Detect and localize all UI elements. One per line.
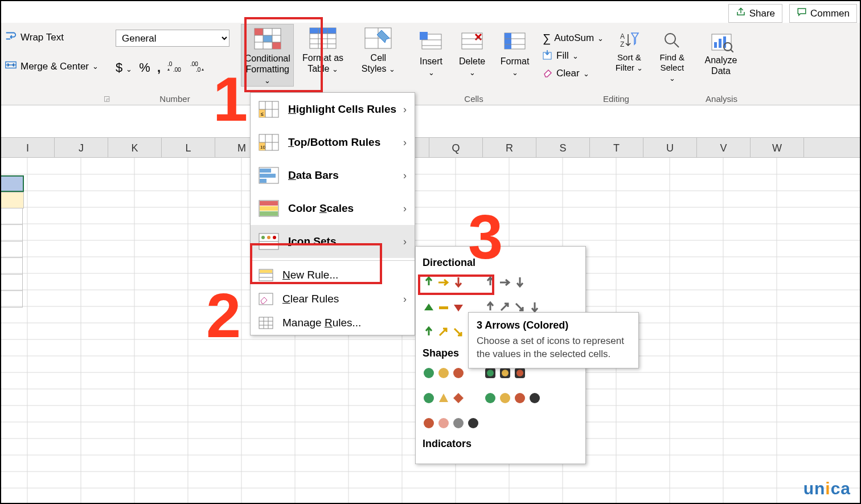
number-format-select[interactable]: General: [116, 30, 229, 47]
svg-rect-7: [263, 35, 272, 42]
col-header[interactable]: R: [483, 138, 536, 157]
format-button[interactable]: Format⌄: [494, 27, 536, 90]
fill-icon: [543, 50, 553, 63]
iconset-3-arrows-gray[interactable]: [484, 274, 526, 290]
col-header[interactable]: I: [1, 138, 55, 157]
wrap-text-button[interactable]: Wrap Text: [5, 30, 109, 45]
chevron-right-icon: ›: [403, 137, 407, 149]
delete-button[interactable]: Delete⌄: [453, 27, 491, 90]
col-header[interactable]: T: [590, 138, 643, 157]
svg-rect-80: [260, 270, 272, 273]
dialog-launcher-icon[interactable]: ◲: [229, 95, 235, 103]
menu-new-rule[interactable]: New Rule...: [251, 263, 415, 287]
svg-rect-83: [439, 306, 448, 309]
conditional-formatting-menu: ≤ Highlight Cells Rules › 10 Top/Bottom …: [250, 92, 415, 335]
svg-point-94: [485, 393, 495, 403]
top-bottom-icon: 10: [259, 134, 279, 151]
svg-text:Z: Z: [620, 40, 624, 48]
group-editing: ∑ AutoSum ⌄ Fill ⌄ Clear ⌄: [539, 23, 693, 105]
svg-text:10: 10: [260, 145, 265, 150]
iconset-4-traffic[interactable]: [484, 390, 541, 406]
svg-point-85: [438, 368, 449, 378]
column-headers: I J K L M N O P Q R S T U V W: [1, 137, 860, 158]
chevron-right-icon: ›: [403, 170, 407, 182]
chevron-right-icon: ›: [403, 104, 407, 116]
menu-color-scales[interactable]: Color Scales ›: [251, 192, 415, 225]
iconset-3-triangles[interactable]: [423, 300, 465, 315]
menu-top-bottom[interactable]: 10 Top/Bottom Rules ›: [251, 126, 415, 159]
iconset-3-arrows-colored[interactable]: [423, 274, 465, 290]
col-header[interactable]: J: [55, 138, 108, 157]
increase-decimal-button[interactable]: .0.00: [167, 60, 183, 75]
comma-button[interactable]: ,: [157, 60, 161, 75]
merge-center-label: Merge & Center: [20, 61, 89, 72]
svg-rect-68: [260, 169, 271, 173]
clear-rules-icon: [259, 293, 273, 305]
merge-center-button[interactable]: Merge & Center ⌄: [5, 59, 109, 74]
sort-filter-button[interactable]: AZ Sort & Filter ⌄: [612, 27, 646, 84]
col-header[interactable]: K: [108, 138, 162, 157]
svg-rect-70: [260, 179, 266, 183]
col-header[interactable]: Q: [429, 138, 483, 157]
share-icon: [736, 7, 746, 20]
svg-text:A: A: [620, 32, 625, 40]
insert-button[interactable]: Insert⌄: [412, 27, 450, 90]
ribbon: Wrap Text Merge & Center ⌄ ◲ General $ ⌄…: [1, 23, 860, 105]
svg-point-96: [515, 393, 525, 403]
group-number: General $ ⌄ % , .0.00 .00.0 Number ◲: [112, 23, 237, 105]
decrease-decimal-button[interactable]: .00.0: [190, 60, 206, 75]
col-header[interactable]: L: [162, 138, 215, 157]
submenu-header-indicators: Indicators: [423, 438, 579, 450]
autosum-button[interactable]: ∑ AutoSum ⌄: [543, 32, 604, 45]
currency-button[interactable]: $ ⌄: [116, 60, 132, 75]
col-header[interactable]: U: [643, 138, 697, 157]
chevron-right-icon: ›: [403, 293, 407, 305]
svg-point-92: [516, 370, 523, 376]
menu-manage-rules[interactable]: Manage Rules...: [251, 311, 415, 335]
menu-icon-sets[interactable]: Icon Sets ›: [251, 225, 415, 258]
submenu-header-directional: Directional: [423, 257, 579, 269]
iconset-3-signs[interactable]: [423, 390, 465, 406]
col-header[interactable]: S: [536, 138, 590, 157]
iconset-red-to-black[interactable]: [423, 415, 479, 431]
format-as-table-button[interactable]: Format asTable ⌄: [296, 24, 349, 87]
clear-button[interactable]: Clear ⌄: [543, 67, 604, 80]
col-header[interactable]: V: [697, 138, 751, 157]
chevron-right-icon: ›: [403, 236, 407, 248]
iconset-3-traffic-lights[interactable]: [423, 365, 465, 381]
svg-point-88: [487, 370, 494, 376]
conditional-formatting-button[interactable]: ConditionalFormatting ⌄: [241, 24, 294, 87]
search-icon: [662, 31, 682, 52]
fill-button[interactable]: Fill ⌄: [543, 50, 604, 63]
svg-rect-72: [260, 201, 278, 206]
cell-styles-button[interactable]: CellStyles ⌄: [352, 24, 405, 87]
share-button[interactable]: Share: [728, 4, 782, 23]
svg-rect-22: [714, 42, 717, 48]
col-header[interactable]: W: [751, 138, 804, 157]
find-select-button[interactable]: Find & Select ⌄: [655, 27, 690, 84]
group-label-editing: Editing: [543, 94, 690, 104]
eraser-icon: [543, 67, 553, 80]
svg-text:.0: .0: [167, 61, 173, 67]
annotation-2: 2: [206, 279, 241, 351]
analyze-data-button[interactable]: AnalyzeData: [696, 27, 745, 90]
data-bars-icon: [259, 167, 279, 184]
svg-point-84: [424, 368, 434, 378]
svg-rect-23: [719, 39, 721, 48]
menu-data-bars[interactable]: Data Bars ›: [251, 159, 415, 192]
group-alignment: Wrap Text Merge & Center ⌄ ◲: [1, 23, 112, 105]
menu-clear-rules[interactable]: Clear Rules ›: [251, 287, 415, 311]
svg-point-101: [468, 418, 478, 428]
percent-button[interactable]: %: [139, 60, 150, 75]
svg-rect-6: [255, 28, 263, 35]
dialog-launcher-icon[interactable]: ◲: [104, 95, 110, 103]
delete-icon: [458, 31, 486, 52]
watermark: unica: [803, 479, 851, 498]
chevron-right-icon: ›: [403, 203, 407, 215]
svg-rect-82: [259, 317, 273, 329]
menu-highlight-cells[interactable]: ≤ Highlight Cells Rules ›: [251, 93, 415, 126]
merge-center-icon: [5, 59, 17, 74]
comments-button[interactable]: Commen: [789, 4, 857, 23]
group-analysis: AnalyzeData Analysis: [693, 23, 750, 105]
iconset-4-arrows-colored-diag[interactable]: [423, 325, 465, 341]
